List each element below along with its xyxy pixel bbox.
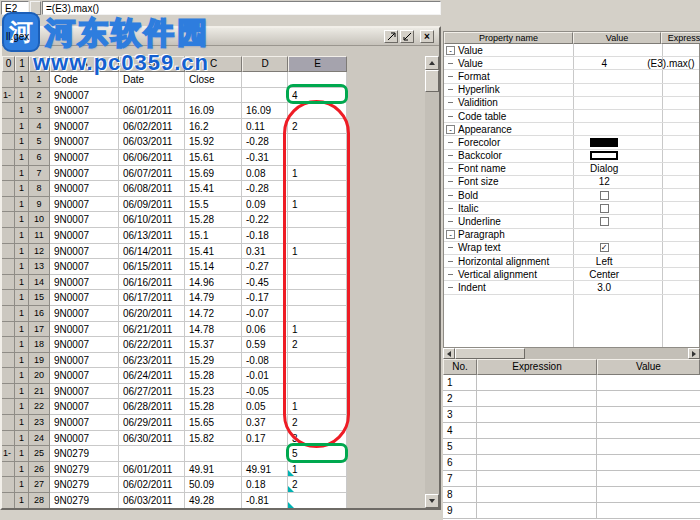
cell-C22[interactable]: 15.28 bbox=[185, 399, 242, 415]
cell-B26[interactable]: 06/01/2011 bbox=[119, 462, 185, 478]
row-number[interactable]: 24 bbox=[29, 431, 50, 447]
property-row-italic[interactable]: Italic bbox=[444, 202, 699, 215]
group-collapse-marker[interactable]: 1- bbox=[2, 88, 15, 104]
property-expression-cell[interactable] bbox=[645, 150, 699, 162]
cell-C18[interactable]: 15.37 bbox=[185, 337, 242, 353]
restore-window-button[interactable] bbox=[400, 30, 414, 43]
cell-C3[interactable]: 16.09 bbox=[185, 103, 242, 119]
cell-A10[interactable]: 9N0007 bbox=[50, 212, 119, 228]
cell-A11[interactable]: 9N0007 bbox=[50, 228, 119, 244]
property-row-format[interactable]: Format bbox=[444, 70, 699, 83]
cell-C11[interactable]: 15.1 bbox=[185, 228, 242, 244]
property-row-forecolor[interactable]: Forecolor bbox=[444, 136, 699, 149]
row-number[interactable]: 21 bbox=[29, 384, 50, 400]
cell-C5[interactable]: 15.92 bbox=[185, 134, 242, 150]
cell-C4[interactable]: 16.2 bbox=[185, 119, 242, 135]
row-number[interactable]: 16 bbox=[29, 306, 50, 322]
property-row-font-size[interactable]: Font size12 bbox=[444, 176, 699, 189]
property-row-wrap-text[interactable]: Wrap text✓ bbox=[444, 242, 699, 255]
row-number[interactable]: 3 bbox=[29, 103, 50, 119]
expression-cell[interactable] bbox=[477, 471, 597, 487]
expression-cell[interactable] bbox=[477, 375, 597, 391]
cell-B18[interactable]: 06/22/2011 bbox=[119, 337, 185, 353]
cell-A27[interactable]: 9N0279 bbox=[50, 477, 119, 493]
cell-D15[interactable]: -0.17 bbox=[242, 290, 288, 306]
cell-A4[interactable]: 9N0007 bbox=[50, 119, 119, 135]
expression-row-number[interactable]: 1 bbox=[443, 375, 477, 391]
property-value-cell[interactable] bbox=[563, 229, 645, 241]
property-expression-cell[interactable] bbox=[645, 44, 699, 56]
cell-A14[interactable]: 9N0007 bbox=[50, 275, 119, 291]
cell-D12[interactable]: 0.31 bbox=[242, 244, 288, 260]
cell-D28[interactable]: -0.81 bbox=[242, 493, 288, 508]
property-value-cell[interactable] bbox=[563, 44, 645, 56]
color-swatch[interactable] bbox=[590, 138, 618, 147]
cell-B23[interactable]: 06/29/2011 bbox=[119, 415, 185, 431]
cell-C16[interactable]: 14.72 bbox=[185, 306, 242, 322]
cell-B28[interactable]: 06/03/2011 bbox=[119, 493, 185, 508]
property-row-code-table[interactable]: Code table bbox=[444, 110, 699, 123]
property-expression-cell[interactable] bbox=[645, 281, 699, 293]
column-header-D[interactable]: D bbox=[242, 56, 288, 72]
cell-D9[interactable]: 0.09 bbox=[242, 197, 288, 213]
group-collapse-marker[interactable]: 1- bbox=[2, 446, 15, 462]
row-number[interactable]: 25 bbox=[29, 446, 50, 462]
cell-D5[interactable]: -0.28 bbox=[242, 134, 288, 150]
cell-D19[interactable]: -0.08 bbox=[242, 353, 288, 369]
value-cell[interactable] bbox=[597, 391, 700, 407]
row-number[interactable]: 18 bbox=[29, 337, 50, 353]
cell-D11[interactable]: -0.18 bbox=[242, 228, 288, 244]
cell-B8[interactable]: 06/08/2011 bbox=[119, 181, 185, 197]
property-value-cell[interactable] bbox=[563, 123, 645, 135]
expression-row-number[interactable]: 7 bbox=[443, 471, 477, 487]
cell-C20[interactable]: 15.28 bbox=[185, 368, 242, 384]
cell-A2[interactable]: 9N0007 bbox=[50, 88, 119, 104]
property-row-font-name[interactable]: Font nameDialog bbox=[444, 163, 699, 176]
cell-A9[interactable]: 9N0007 bbox=[50, 197, 119, 213]
property-expression-cell[interactable] bbox=[645, 84, 699, 96]
cell-C19[interactable]: 15.29 bbox=[185, 353, 242, 369]
cell-D20[interactable]: -0.01 bbox=[242, 368, 288, 384]
cell-D16[interactable]: -0.07 bbox=[242, 306, 288, 322]
row-number[interactable]: 2 bbox=[29, 88, 50, 104]
column-header-E[interactable]: E bbox=[288, 56, 347, 72]
property-expression-cell[interactable] bbox=[645, 215, 699, 227]
property-value-cell[interactable] bbox=[563, 215, 645, 227]
row-number[interactable]: 7 bbox=[29, 166, 50, 182]
cell-A7[interactable]: 9N0007 bbox=[50, 166, 119, 182]
property-row-underline[interactable]: Underline bbox=[444, 215, 699, 228]
cell-C10[interactable]: 15.28 bbox=[185, 212, 242, 228]
cell-A19[interactable]: 9N0007 bbox=[50, 353, 119, 369]
cell-C14[interactable]: 14.96 bbox=[185, 275, 242, 291]
row-number[interactable]: 22 bbox=[29, 399, 50, 415]
row-number[interactable]: 6 bbox=[29, 150, 50, 166]
cell-B14[interactable]: 06/16/2011 bbox=[119, 275, 185, 291]
cell-A13[interactable]: 9N0007 bbox=[50, 259, 119, 275]
cell-B16[interactable]: 06/20/2011 bbox=[119, 306, 185, 322]
property-value-cell[interactable] bbox=[563, 202, 645, 214]
row-number[interactable]: 27 bbox=[29, 477, 50, 493]
row-number[interactable]: 11 bbox=[29, 228, 50, 244]
property-value-cell[interactable]: ✓ bbox=[563, 242, 645, 254]
expression-row-number[interactable]: 3 bbox=[443, 407, 477, 423]
expression-cell[interactable] bbox=[477, 391, 597, 407]
cell-A26[interactable]: 9N0279 bbox=[50, 462, 119, 478]
cell-C17[interactable]: 14.78 bbox=[185, 322, 242, 338]
cell-D4[interactable]: 0.11 bbox=[242, 119, 288, 135]
cell-C15[interactable]: 14.79 bbox=[185, 290, 242, 306]
property-row-value[interactable]: -Value bbox=[444, 44, 699, 57]
property-expression-cell[interactable] bbox=[645, 123, 699, 135]
cell-C9[interactable]: 15.5 bbox=[185, 197, 242, 213]
property-value-cell[interactable] bbox=[563, 84, 645, 96]
cell-E27[interactable]: 2 bbox=[288, 477, 347, 493]
property-value-cell[interactable] bbox=[563, 70, 645, 82]
color-swatch[interactable] bbox=[590, 151, 618, 160]
row-number[interactable]: 26 bbox=[29, 462, 50, 478]
cell-D25[interactable] bbox=[242, 446, 288, 462]
cell-B3[interactable]: 06/01/2011 bbox=[119, 103, 185, 119]
expression-cell[interactable] bbox=[477, 407, 597, 423]
property-value-cell[interactable]: Left bbox=[563, 255, 645, 267]
cell-B13[interactable]: 06/15/2011 bbox=[119, 259, 185, 275]
row-number[interactable]: 8 bbox=[29, 181, 50, 197]
cell-A20[interactable]: 9N0007 bbox=[50, 368, 119, 384]
